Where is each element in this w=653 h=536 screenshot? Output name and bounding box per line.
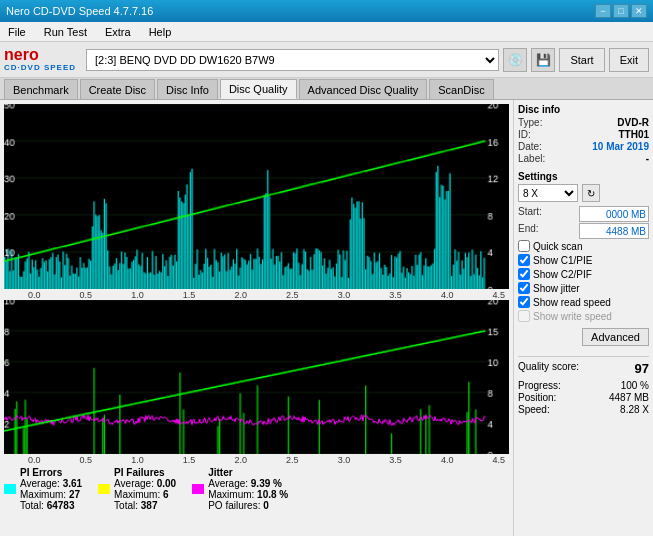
main-content: 0.0 0.5 1.0 1.5 2.0 2.5 3.0 3.5 4.0 4.5 … [0,100,653,536]
jitter-po-failures: PO failures: 0 [208,500,288,511]
show-read-speed-row: Show read speed [518,296,649,308]
pi-failures-color [98,484,110,494]
toolbar: nero CD·DVD SPEED [2:3] BENQ DVD DD DW16… [0,42,653,78]
jitter-label: Jitter [208,467,288,478]
show-read-speed-label: Show read speed [533,297,611,308]
disc-label-label: Label: [518,153,545,164]
show-c1pie-label: Show C1/PIE [533,255,592,266]
show-write-speed-row: Show write speed [518,310,649,322]
pi-errors-values: PI Errors Average: 3.61 Maximum: 27 Tota… [20,467,82,511]
logo-text: nero [4,47,76,63]
show-jitter-checkbox[interactable] [518,282,530,294]
bottom-chart-x-axis: 0.0 0.5 1.0 1.5 2.0 2.5 3.0 3.5 4.0 4.5 [4,455,509,465]
show-c1pie-checkbox[interactable] [518,254,530,266]
title-bar: Nero CD-DVD Speed 4.7.7.16 − □ ✕ [0,0,653,22]
disc-date-row: Date: 10 Mar 2019 [518,141,649,152]
advanced-button[interactable]: Advanced [582,328,649,346]
disc-icon-button[interactable]: 💿 [503,48,527,72]
refresh-button[interactable]: ↻ [582,184,600,202]
disc-id-row: ID: TTH01 [518,129,649,140]
drive-select[interactable]: [2:3] BENQ DVD DD DW1620 B7W9 [86,49,499,71]
show-write-speed-label: Show write speed [533,311,612,322]
position-value: 4487 MB [609,392,649,403]
pi-failures-label: PI Failures [114,467,176,478]
chart-area: 0.0 0.5 1.0 1.5 2.0 2.5 3.0 3.5 4.0 4.5 … [0,100,513,536]
disc-id-label: ID: [518,129,531,140]
logo: nero CD·DVD SPEED [4,47,76,72]
window-title: Nero CD-DVD Speed 4.7.7.16 [6,5,153,17]
speed-row-display: Speed: 8.28 X [518,404,649,415]
show-c2pif-row: Show C2/PIF [518,268,649,280]
speed-select[interactable]: 8 X [518,184,578,202]
quick-scan-row: Quick scan [518,240,649,252]
tab-bar: Benchmark Create Disc Disc Info Disc Qua… [0,78,653,100]
progress-value: 100 % [621,380,649,391]
pi-failures-stat: PI Failures Average: 0.00 Maximum: 6 Tot… [98,467,176,511]
top-chart-canvas [4,104,509,289]
show-c2pif-checkbox[interactable] [518,268,530,280]
tab-scandisc[interactable]: ScanDisc [429,79,493,99]
jitter-avg: Average: 9.39 % [208,478,288,489]
show-jitter-label: Show jitter [533,283,580,294]
pi-errors-color [4,484,16,494]
disc-date-value: 10 Mar 2019 [592,141,649,152]
disc-type-row: Type: DVD-R [518,117,649,128]
disc-date-label: Date: [518,141,542,152]
pi-failures-total: Total: 387 [114,500,176,511]
exit-button[interactable]: Exit [609,48,649,72]
maximize-button[interactable]: □ [613,4,629,18]
show-jitter-row: Show jitter [518,282,649,294]
settings-title: Settings [518,171,649,182]
quality-score-label: Quality score: [518,361,579,376]
pi-errors-stat: PI Errors Average: 3.61 Maximum: 27 Tota… [4,467,82,511]
start-mb-input[interactable] [579,206,649,222]
jitter-max: Maximum: 10.8 % [208,489,288,500]
stats-bar: PI Errors Average: 3.61 Maximum: 27 Tota… [4,465,509,513]
tab-disc-info[interactable]: Disc Info [157,79,218,99]
tab-create-disc[interactable]: Create Disc [80,79,155,99]
logo-sub: CD·DVD SPEED [4,63,76,72]
disc-type-value: DVD-R [617,117,649,128]
bottom-chart-wrapper [4,300,509,454]
show-write-speed-checkbox[interactable] [518,310,530,322]
menu-help[interactable]: Help [145,24,176,40]
jitter-stat: Jitter Average: 9.39 % Maximum: 10.8 % P… [192,467,288,511]
close-button[interactable]: ✕ [631,4,647,18]
tab-disc-quality[interactable]: Disc Quality [220,79,297,99]
end-mb-row: End: [518,223,649,239]
menu-run-test[interactable]: Run Test [40,24,91,40]
quick-scan-label: Quick scan [533,241,582,252]
menu-file[interactable]: File [4,24,30,40]
top-chart-wrapper [4,104,509,289]
speed-label: Speed: [518,404,550,415]
progress-section: Progress: 100 % Position: 4487 MB Speed:… [518,380,649,416]
pi-failures-avg: Average: 0.00 [114,478,176,489]
top-chart-x-axis: 0.0 0.5 1.0 1.5 2.0 2.5 3.0 3.5 4.0 4.5 [4,290,509,300]
disc-info-section: Disc info Type: DVD-R ID: TTH01 Date: 10… [518,104,649,165]
speed-value: 8.28 X [620,404,649,415]
speed-row: 8 X ↻ [518,184,649,202]
show-c1pie-row: Show C1/PIE [518,254,649,266]
disc-label-row: Label: - [518,153,649,164]
disc-id-value: TTH01 [618,129,649,140]
progress-row: Progress: 100 % [518,380,649,391]
tab-benchmark[interactable]: Benchmark [4,79,78,99]
disc-label-value: - [646,153,649,164]
position-row: Position: 4487 MB [518,392,649,403]
show-read-speed-checkbox[interactable] [518,296,530,308]
save-icon-button[interactable]: 💾 [531,48,555,72]
start-mb-row: Start: [518,206,649,222]
tab-advanced-disc-quality[interactable]: Advanced Disc Quality [299,79,428,99]
jitter-color [192,484,204,494]
quick-scan-checkbox[interactable] [518,240,530,252]
window-controls: − □ ✕ [595,4,647,18]
progress-label: Progress: [518,380,561,391]
pi-errors-label: PI Errors [20,467,82,478]
menu-extra[interactable]: Extra [101,24,135,40]
disc-type-label: Type: [518,117,542,128]
position-label: Position: [518,392,556,403]
start-button[interactable]: Start [559,48,604,72]
bottom-chart-canvas [4,300,509,454]
end-mb-input[interactable] [579,223,649,239]
minimize-button[interactable]: − [595,4,611,18]
